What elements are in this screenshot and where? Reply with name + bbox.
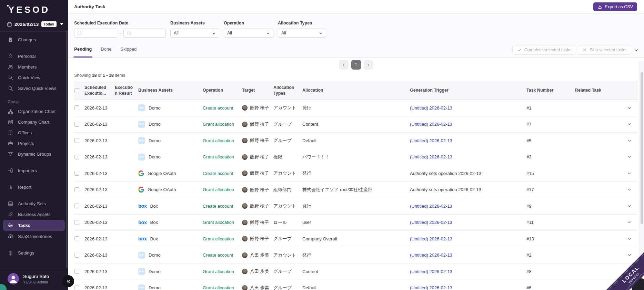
sidebar-item-tasks[interactable]: Tasks [3, 220, 65, 231]
skip-selected-tasks-button[interactable]: Skip selected tasks [578, 45, 631, 55]
sidebar-item-report[interactable]: Report [0, 182, 68, 193]
row-checkbox[interactable] [74, 171, 79, 176]
export-csv-button[interactable]: Export as CSV [593, 2, 637, 11]
scrollbar-thumb[interactable] [641, 72, 643, 224]
complete-selected-tasks-button[interactable]: Complete selected tasks [512, 45, 576, 55]
generation-trigger-link[interactable]: (Untitled) 2026-02-13 [410, 138, 452, 143]
generation-trigger-link[interactable]: (Untitled) 2026-02-13 [410, 285, 452, 290]
page-number-button[interactable]: 1 [351, 60, 361, 70]
business-asset-cell: Google OAuth [138, 170, 203, 176]
sidebar-item-authority-sets[interactable]: Authority Sets [0, 198, 68, 209]
generation-trigger-link[interactable]: (Untitled) 2026-02-13 [410, 236, 452, 241]
row-checkbox[interactable] [74, 236, 79, 241]
generation-trigger-link[interactable]: (Untitled) 2026-02-13 [410, 269, 452, 274]
business-asset-cell: DOMODomo [138, 284, 203, 290]
target-name: 飯野 桜子 [250, 105, 269, 111]
operation-link[interactable]: Grant allocation [203, 285, 234, 290]
filter-label: Operation [224, 21, 273, 26]
sidebar-item-members[interactable]: Members [0, 62, 68, 72]
date-to-input[interactable] [123, 29, 166, 38]
row-checkbox[interactable] [74, 122, 79, 127]
operation-link[interactable]: Grant allocation [203, 122, 234, 127]
next-page-button[interactable] [364, 60, 373, 70]
operation-link[interactable]: Grant allocation [203, 187, 234, 192]
row-expand-chevron[interactable] [626, 251, 633, 259]
row-expand-chevron[interactable] [626, 219, 633, 226]
row-expand-chevron[interactable] [626, 153, 633, 160]
sidebar-item-importers[interactable]: Importers [0, 165, 68, 176]
allocation-types-select[interactable]: All [278, 29, 326, 38]
row-checkbox[interactable] [74, 269, 79, 274]
row-checkbox[interactable] [74, 155, 79, 159]
sidebar-scrollbar[interactable] [66, 30, 68, 268]
sidebar-item-company-chart[interactable]: Company Chart [0, 117, 68, 127]
operation-select[interactable]: All [224, 29, 273, 38]
operation-link[interactable]: Grant allocation [203, 220, 234, 225]
row-checkbox[interactable] [74, 187, 79, 192]
generation-trigger-link[interactable]: (Untitled) 2026-02-13 [410, 154, 452, 159]
expand-cell [626, 235, 638, 242]
sidebar-item-settings[interactable]: Settings [0, 248, 68, 258]
generation-trigger-cell: Authority sets operation 2026-02-13 [410, 187, 526, 192]
operation-link[interactable]: Grant allocation [203, 154, 234, 159]
row-expand-chevron[interactable] [626, 104, 633, 112]
generation-trigger-link[interactable]: (Untitled) 2026-02-13 [410, 105, 452, 111]
check-icon [517, 48, 522, 52]
row-checkbox[interactable] [74, 105, 79, 110]
generation-trigger-link[interactable]: (Untitled) 2026-02-13 [410, 204, 452, 209]
business-asset-name: Domo [149, 105, 161, 111]
row-checkbox[interactable] [74, 286, 79, 290]
sidebar-item-saas-inventories[interactable]: SaaS Inventories [0, 231, 68, 242]
operation-link[interactable]: Create account [203, 204, 233, 209]
sidebar-item-offices[interactable]: Offices [0, 127, 68, 138]
date-caret-icon[interactable] [60, 23, 63, 25]
row-checkbox[interactable] [74, 204, 79, 208]
allocation-cell: 株式会社イエソド root/本社/生産部 [302, 187, 410, 193]
row-expand-chevron[interactable] [626, 170, 633, 177]
sidebar-collapse-button[interactable] [62, 275, 74, 287]
business-asset-name: Box [150, 204, 158, 209]
row-expand-chevron[interactable] [626, 121, 633, 128]
business-assets-select[interactable]: All [170, 29, 219, 38]
generation-trigger-link[interactable]: (Untitled) 2026-02-13 [410, 122, 452, 127]
sidebar-item-quick-view[interactable]: Quick View [0, 72, 68, 83]
sidebar-item-dynamic-groups[interactable]: Dynamic Groups [0, 149, 68, 159]
tab-skipped[interactable]: Skipped [120, 46, 137, 58]
operation-link[interactable]: Create account [203, 171, 233, 176]
sidebar-item-saved-quick-views[interactable]: Saved Quick Views [0, 83, 68, 94]
more-actions-chevron[interactable] [633, 47, 640, 53]
operation-link[interactable]: Grant allocation [203, 236, 234, 241]
sidebar-item-changes[interactable]: Changes [0, 34, 68, 45]
operation-link[interactable]: Grant allocation [203, 269, 234, 274]
row-expand-chevron[interactable] [626, 186, 633, 193]
business-asset-name: Domo [149, 154, 161, 159]
operation-link[interactable]: Create account [203, 105, 233, 111]
pagination: 1 [68, 60, 644, 70]
sidebar-item-business-assets[interactable]: Business Assets [0, 209, 68, 220]
tab-done[interactable]: Done [101, 46, 111, 58]
previous-page-button[interactable] [339, 60, 349, 70]
operation-link[interactable]: Create account [203, 252, 233, 258]
business-asset-cell: DOMODomo [138, 154, 203, 160]
row-checkbox[interactable] [74, 220, 79, 225]
row-expand-chevron[interactable] [626, 235, 633, 242]
date-from-input[interactable] [74, 29, 117, 38]
sidebar-item-projects[interactable]: Projects [0, 138, 68, 149]
row-expand-chevron[interactable] [626, 137, 633, 144]
box-logo-icon: box [138, 220, 147, 225]
today-badge[interactable]: Today [41, 21, 57, 27]
user-block[interactable]: Suguru Sato YESOD Admin [0, 269, 68, 290]
row-expand-chevron[interactable] [626, 203, 633, 210]
generation-trigger-link[interactable]: (Untitled) 2026-02-13 [410, 252, 452, 258]
sidebar-item-organization-chart[interactable]: Organization Chart [0, 106, 68, 117]
generation-trigger-link[interactable]: (Untitled) 2026-02-13 [410, 220, 452, 225]
row-checkbox[interactable] [74, 253, 79, 258]
operation-cell: Grant allocation [203, 154, 242, 159]
operation-cell: Create account [203, 204, 242, 209]
select-all-checkbox[interactable] [74, 88, 79, 93]
date-selector[interactable]: 2026/02/13 Today [0, 15, 68, 27]
operation-link[interactable]: Grant allocation [203, 138, 234, 143]
tab-pending[interactable]: Pending [74, 46, 92, 58]
row-checkbox[interactable] [74, 138, 79, 143]
sidebar-item-personal[interactable]: Personal [0, 51, 68, 62]
